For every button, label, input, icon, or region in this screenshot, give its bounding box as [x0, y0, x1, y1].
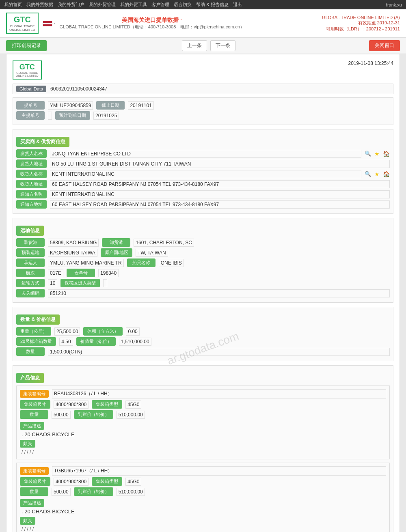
consignee-addr-label: 收货人地址 [16, 180, 47, 188]
nav-help[interactable]: 帮助 & 报告信息 [196, 2, 228, 7]
product2-size-label: 集装箱尺寸 [20, 477, 50, 486]
weight-label: 重量（公斤） [16, 327, 51, 336]
nav-manage[interactable]: 我的外贸管理 [89, 2, 116, 7]
product2-desc-section: 产品描述 . 20 CHAOS BICYCLE [20, 498, 386, 515]
bill-no-row: 提单号 YMLUE209045859 [16, 101, 93, 110]
close-button[interactable]: 关闭窗口 [369, 40, 400, 51]
product1-size-value: 4000*900*800 [54, 401, 89, 409]
product2-row2: 数量 500.00 到岸价（铝价） 510,000.00 [20, 487, 386, 498]
transport-mode-label: 运输方式 [16, 279, 45, 287]
transport-row5: 运输方式 10 保税区进入类型 [16, 279, 390, 289]
global-data-value: 600320191105000024347 [50, 86, 107, 92]
product1-qty-row: 数量 500.00 [20, 410, 71, 419]
nav-portal[interactable]: 我的外贸门户 [58, 2, 84, 7]
nav-clients[interactable]: 客户管理 [151, 2, 169, 7]
notify-addr-row: 通知方地址 60 EAST HALSEY ROAD PARSIPPANY NJ … [16, 200, 390, 209]
nav-links[interactable]: 我的首页 我的外贸数据 我的外贸门户 我的外贸管理 我的外贸工具 客户管理 语言… [4, 2, 245, 8]
voyage-label: 航次 [16, 269, 45, 277]
bill-lading-row: 仓单号 198340 [67, 269, 119, 277]
page-header: GTC GLOBAL TRADE ONLINE LIMITED - 美国海关进口… [0, 9, 406, 38]
est-date-row: 预计到单日期 20191025 [55, 111, 119, 120]
product-item-2: 集装箱编号 TGBU6571967（/ L / HH） 集装箱尺寸 4000*9… [16, 463, 390, 532]
origin-value: TW, TAIWAN [136, 249, 168, 257]
bill-row: 提单号 YMLUE209045859 截止日期 20191101 [16, 101, 390, 111]
product2-size-row: 集装箱尺寸 4000*900*800 [20, 477, 89, 486]
product1-price-value: 510,000.00 [117, 411, 145, 419]
master-bill-row: 主提单号 [16, 111, 52, 120]
nav-lang[interactable]: 语言切换 [174, 2, 192, 7]
container20-value: 4.50 [59, 338, 73, 346]
bill-section: 提单号 YMLUE209045859 截止日期 20191101 主提单号 预计… [13, 97, 393, 125]
transport-row3: 承运人 YMLU, YANG MING MARINE TR 船只名称 ONE I… [16, 258, 390, 269]
notify-name-value: KENT INTERNATIONAL INC [50, 190, 390, 198]
volume-row: 体积（立方米） 0.00 [83, 327, 139, 336]
product2-method-section: 颇头 / / / / / [20, 515, 386, 532]
notify-addr-value: 60 EAST HALSEY ROAD PARSIPPANY NJ 07054 … [50, 200, 390, 209]
master-bill-label: 主提单号 [16, 111, 45, 120]
doc-logo-sub2: ONLINE LIMITED [16, 74, 39, 77]
top-toolbar: 打印创易记录 上一条 下一条 关闭窗口 [0, 38, 406, 54]
cut-date-row: 截止日期 20191101 [96, 101, 153, 110]
global-data-bar: Global Data 600320191105000024347 [13, 84, 393, 94]
qty-row2: 20尺标准箱数量 4.50 价值量（铝价） 1,510,000.00 [16, 337, 390, 347]
header-center: 美国海关进口提单数据 · GLOBAL TRADE ONLINE LIMITED… [60, 17, 245, 30]
search-icon[interactable]: 🔍 [365, 151, 371, 157]
dest-label: 预装运地 [16, 248, 45, 257]
nav-home[interactable]: 我的首页 [4, 2, 22, 7]
product2-row1: 集装箱尺寸 4000*900*800 集装箱类型 45G0 [20, 477, 386, 487]
consignee-search-icon[interactable]: 🔍 [365, 171, 371, 177]
next-button[interactable]: 下一条 [210, 40, 235, 51]
logo: GTC GLOBAL TRADE ONLINE LIMITED [6, 13, 39, 34]
product2-type-row: 集装箱类型 45G0 [92, 477, 141, 486]
qty-count-row: 数量 1,500.00(CTN) [16, 347, 390, 356]
transport-section: 运输信息 装货港 58309, KAO HSIUNG 卸货港 1601, CHA… [13, 218, 393, 303]
notify-addr-label: 通知方地址 [16, 200, 47, 209]
transport-row4: 航次 017E 仓单号 198340 [16, 269, 390, 279]
qty-row1: 重量（公斤） 25,500.00 体积（立方米） 0.00 [16, 327, 390, 337]
transport-mode-value: 10 [48, 279, 57, 287]
bonded-label: 保税区进入类型 [60, 279, 100, 287]
vessel-value: ONE IBIS [159, 259, 184, 267]
bill-no-label: 提单号 [16, 101, 45, 110]
vessel-label: 船只名称 [127, 258, 155, 267]
shipper-name-value: JONQ TYAN ENTERPRISE CO LTD [50, 150, 361, 158]
global-data-tag: Global Data [16, 86, 46, 92]
logo-sub2: ONLINE LIMITED [9, 28, 35, 32]
nav-logout[interactable]: 退出 [233, 2, 242, 7]
product1-type-row: 集装箱类型 45G0 [92, 400, 141, 409]
main-content: GTC GLOBAL TRADE ONLINE LIMITED 2019-11-… [6, 54, 400, 532]
product2-qty-row: 数量 500.00 [20, 487, 71, 496]
header-right: GLOBAL TRADE ONLINE LIMITED (A) 有效期至 201… [322, 15, 400, 32]
page-title: 美国海关进口提单数据 · [60, 17, 245, 24]
qty-count-label: 数量 [16, 347, 45, 356]
bonded-row: 保税区进入类型 [60, 279, 107, 287]
nav-tools[interactable]: 我的外贸工具 [120, 2, 147, 7]
page-subtitle: GLOBAL TRADE ONLINE LIMITED（电话：400-710-3… [60, 24, 245, 30]
product2-qty-value: 500.00 [52, 488, 71, 496]
transport-mode-row: 运输方式 10 [16, 279, 57, 287]
load-port-value: 58309, KAO HSIUNG [48, 239, 99, 247]
bill-lading-label: 仓单号 [67, 269, 95, 277]
transport-section-title: 运输信息 [16, 226, 44, 236]
product1-row2: 数量 500.00 到岸价（铝价） 510,000.00 [20, 410, 386, 420]
home-icon[interactable]: 🏠 [383, 151, 390, 157]
consignee-star-icon[interactable]: ★ [374, 171, 380, 177]
voyage-row: 航次 017E [16, 269, 63, 277]
consignee-home-icon[interactable]: 🏠 [383, 171, 390, 177]
product1-container-tag: 集装箱编号 [20, 390, 49, 398]
nav-buttons: 上一条 下一条 [180, 40, 235, 51]
prev-button[interactable]: 上一条 [182, 40, 207, 51]
product1-desc-section: 产品描述 . 20 CHAOS BICYCLE [20, 420, 386, 438]
product2-size-value: 4000*900*800 [54, 478, 89, 486]
star-icon[interactable]: ★ [374, 151, 380, 157]
print-button[interactable]: 打印创易记录 [6, 40, 47, 51]
carrier-row: 承运人 YMLU, YANG MING MARINE TR [16, 258, 124, 267]
product2-container-no-row: 集装箱编号 TGBU6571967（/ L / HH） [20, 466, 386, 476]
bill-no-value: YMLUE209045859 [48, 101, 93, 110]
weight-row: 重量（公斤） 25,500.00 [16, 327, 80, 336]
cut-date-value: 20191101 [128, 101, 153, 110]
nav-data[interactable]: 我的外贸数据 [26, 2, 53, 7]
value-value: 1,510,000.00 [119, 338, 151, 346]
customs-label: 关关编码 [16, 289, 45, 297]
load-port-label: 装货港 [16, 238, 45, 247]
